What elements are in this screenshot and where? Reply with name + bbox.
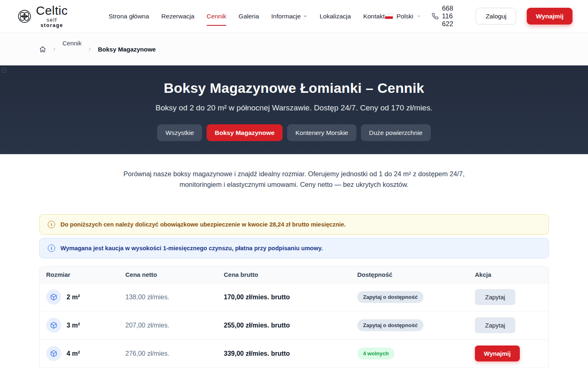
net-price: 207,00 zł/mies. [125, 322, 224, 329]
net-price: 276,00 zł/mies. [125, 350, 224, 357]
chevron-right-icon [87, 47, 92, 52]
table-row: 4 m² 276,00 zł/mies. 339,00 zł/mies. bru… [40, 340, 548, 368]
insurance-alert: i Do poniższych cen należy doliczyć obow… [39, 214, 549, 235]
size-value: 4 m² [67, 350, 80, 357]
table-row: 3 m² 207,00 zł/mies. 255,00 zł/mies. bru… [40, 312, 548, 340]
nav-item-kontakt[interactable]: Kontakt [363, 13, 385, 20]
filter-kontenery-morskie[interactable]: Kontenery Morskie [287, 124, 356, 141]
net-price: 138,00 zł/mies. [125, 294, 224, 301]
brand-tagline: self storage [36, 18, 68, 28]
language-selector[interactable]: Polski [385, 13, 421, 20]
info-icon: i [48, 245, 55, 252]
availability-badge: Zapytaj o dostępność [357, 319, 423, 331]
page-subtitle: Boksy od 2 do 20 m² w północnej Warszawi… [156, 103, 432, 112]
deposit-alert-text: Wymagana jest kaucja w wysokości 1-miesi… [60, 245, 323, 251]
nav-item-informacje[interactable]: Informacje [271, 13, 307, 20]
phone-link[interactable]: 668 116 622 [432, 4, 465, 28]
alerts: i Do poniższych cen należy doliczyć obow… [39, 214, 549, 258]
rent-button[interactable]: Wynajmij [527, 8, 572, 25]
home-icon[interactable] [39, 46, 46, 53]
gross-price: 170,00 zł/mies. brutto [224, 294, 357, 301]
filter-boksy-magazynowe[interactable]: Boksy Magazynowe [207, 124, 283, 141]
gross-price: 255,00 zł/mies. brutto [224, 322, 357, 329]
filter-wszystkie[interactable]: Wszystkie [157, 124, 202, 141]
table-row: 2 m² 138,00 zł/mies. 170,00 zł/mies. bru… [40, 283, 548, 312]
intro-paragraph: Porównaj nasze boksy magazynowe i znajdź… [102, 154, 486, 190]
storage-box-icon [46, 318, 61, 333]
col-header-cena-netto: Cena netto [125, 271, 224, 278]
chevron-right-icon [52, 47, 57, 52]
brand-name: Celtic [36, 4, 68, 17]
breadcrumb-current: Boksy Magazynowe [98, 46, 156, 53]
celtic-knot-logo-icon [16, 7, 33, 25]
storage-box-icon [46, 289, 61, 305]
breadcrumb: Cennik Boksy Magazynowe [39, 33, 549, 65]
nav-item-galeria[interactable]: Galeria [238, 13, 259, 20]
info-icon: i [48, 221, 55, 228]
availability-badge: Zapytaj o dostępność [357, 291, 423, 303]
language-label: Polski [396, 13, 413, 20]
insurance-alert-text: Do poniższych cen należy doliczyć obowią… [60, 221, 346, 228]
col-header-cena-brutto: Cena brutto [224, 271, 357, 278]
nav-item-rezerwacja[interactable]: Rezerwacja [161, 13, 194, 20]
hero-section: Boksy Magazynowe Łomianki – Cennik Boksy… [0, 65, 588, 154]
col-header-rozmiar: Rozmiar [46, 271, 125, 278]
category-filters: Wszystkie Boksy Magazynowe Kontenery Mor… [157, 124, 430, 141]
nav-item-cennik[interactable]: Cennik [207, 13, 226, 20]
login-button[interactable]: Zaloguj [476, 8, 516, 25]
phone-icon [432, 13, 439, 20]
col-header-dostepnosc: Dostępność [357, 271, 475, 278]
main-nav: Strona główna Rezerwacja Cennik Galeria … [109, 13, 385, 20]
nav-item-lokalizacja[interactable]: Lokalizacja [320, 13, 351, 20]
chevron-down-icon [416, 14, 421, 18]
size-value: 3 m² [67, 322, 80, 329]
deposit-alert: i Wymagana jest kaucja w wysokości 1-mie… [39, 238, 549, 258]
top-header: Celtic self storage Strona główna Rezerw… [0, 0, 588, 33]
page-title: Boksy Magazynowe Łomianki – Cennik [164, 80, 424, 96]
header-actions: Polski 668 116 622 Zaloguj Wynajmij [385, 4, 572, 28]
poland-flag-icon [385, 13, 393, 19]
pricing-table: Rozmiar Cena netto Cena brutto Dostępnoś… [39, 266, 549, 368]
breadcrumb-link-cennik[interactable]: Cennik [62, 40, 82, 47]
size-value: 2 m² [67, 294, 80, 301]
storage-box-icon [46, 346, 61, 361]
filter-duze-powierzchnie[interactable]: Duże powierzchnie [361, 124, 431, 141]
gross-price: 339,00 zł/mies. brutto [224, 350, 357, 357]
chevron-down-icon [303, 14, 307, 18]
rent-row-button[interactable]: Wynajmij [475, 346, 520, 361]
brand-logo[interactable]: Celtic self storage [16, 4, 68, 28]
breadcrumb-bar: Cennik Boksy Magazynowe [0, 33, 588, 65]
ask-button[interactable]: Zapytaj [475, 289, 515, 305]
availability-badge: 4 wolnych [357, 348, 394, 359]
nav-item-strona-glowna[interactable]: Strona główna [109, 13, 149, 20]
col-header-akcja: Akcja [475, 271, 542, 278]
broken-image-icon [1, 67, 7, 73]
table-header-row: Rozmiar Cena netto Cena brutto Dostępnoś… [40, 267, 548, 283]
phone-number: 668 116 622 [442, 4, 465, 28]
ask-button[interactable]: Zapytaj [475, 317, 515, 333]
